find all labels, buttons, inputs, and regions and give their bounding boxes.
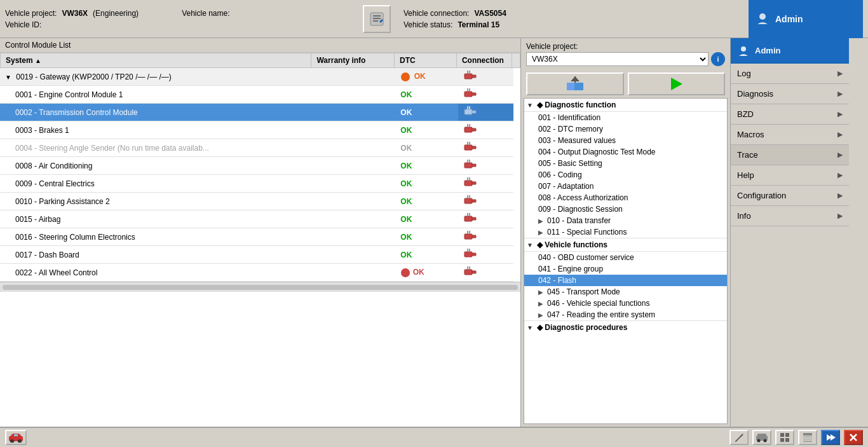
table-row[interactable]: 0001 - Engine Control Module 1 OK (0, 86, 513, 104)
control-module-list-title: Control Module List (0, 38, 520, 53)
grid-btn[interactable] (775, 430, 794, 445)
svg-rect-24 (472, 146, 476, 149)
table-row[interactable]: 0022 - All Wheel Control OK (0, 264, 513, 282)
tree-item-040[interactable]: 040 - OBD customer service (524, 252, 727, 263)
menu-item-log[interactable]: Log ▶ (731, 64, 849, 84)
menu-item-diagnosis[interactable]: Diagnosis ▶ (731, 84, 849, 104)
tree-item-041[interactable]: 041 - Engine group (524, 263, 727, 275)
svg-rect-48 (472, 253, 476, 256)
table-row[interactable]: 0009 - Central Electrics OK (0, 175, 513, 193)
menu-item-bzd[interactable]: BZD ▶ (731, 104, 849, 125)
tree-item-004[interactable]: 004 - Output Diagnostic Test Mode (524, 146, 727, 158)
section-vehicle-functions[interactable]: ▼ ◆ Vehicle functions (524, 238, 727, 252)
tree-item-001[interactable]: 001 - Identification (524, 112, 727, 123)
table-btn[interactable] (798, 430, 817, 445)
play-btn[interactable] (628, 72, 726, 95)
table-row[interactable]: 0017 - Dash Board OK (0, 246, 513, 264)
top-bar: Vehicle project: VW36X (Engineering) Veh… (0, 0, 868, 38)
connection-icon (463, 123, 478, 135)
svg-rect-8 (472, 75, 476, 78)
svg-rect-27 (465, 163, 472, 168)
connection-icon (463, 177, 478, 188)
col-system[interactable]: System ▲ (1, 53, 311, 68)
forward-icon (825, 433, 836, 442)
edit-icon (368, 10, 386, 28)
tree-item-042[interactable]: ➔ 042 - Flash (524, 275, 727, 286)
menu-item-macros[interactable]: Macros ▶ (731, 125, 849, 145)
car-icon-btn[interactable] (5, 430, 27, 445)
col-dtc[interactable]: DTC (395, 53, 457, 68)
svg-rect-16 (472, 111, 476, 113)
svg-rect-11 (465, 92, 472, 97)
chevron-right-icon: ▶ (837, 191, 843, 200)
svg-point-51 (401, 268, 410, 277)
wrench-btn[interactable] (729, 430, 749, 445)
table-row[interactable]: ➔ 0002 - Transmission Control Module OK (0, 104, 513, 121)
svg-rect-44 (472, 235, 476, 238)
menu-bzd-label: BZD (737, 109, 754, 119)
section-diagnostic-procedures[interactable]: ▼ ◆ Diagnostic procedures (524, 320, 727, 334)
svg-rect-71 (780, 433, 784, 437)
connection-icon (463, 88, 478, 99)
svg-rect-31 (465, 181, 472, 186)
car-back-btn[interactable] (752, 430, 771, 445)
menu-item-configuration[interactable]: Configuration ▶ (731, 186, 849, 206)
tree-item-011[interactable]: ▶ 011 - Special Functions (524, 226, 727, 238)
tree-item-005[interactable]: 005 - Basic Setting (524, 158, 727, 169)
table-scroll[interactable]: ▼ 0019 - Gateway (KWP2000 / TP20 /— /— /… (0, 68, 520, 427)
table-row[interactable]: 0008 - Air Conditioning OK (0, 157, 513, 175)
grid-icon (780, 432, 790, 443)
upload-icon (566, 75, 585, 93)
table-container[interactable]: System ▲ Warranty info DTC Connection (0, 53, 520, 427)
menu-item-help[interactable]: Help ▶ (731, 165, 849, 186)
tree-item-002[interactable]: 002 - DTC memory (524, 123, 727, 135)
vehicle-project-select[interactable]: VW36X (526, 52, 709, 66)
chevron-right-icon: ▶ (837, 110, 843, 118)
table-row[interactable]: 0003 - Brakes 1 OK (0, 121, 513, 139)
function-tree[interactable]: ▼ ◆ Diagnostic function 001 - Identifica… (524, 98, 728, 424)
tree-item-010[interactable]: ▶ 010 - Data transfer (524, 215, 727, 226)
menu-help-label: Help (737, 170, 754, 180)
vehicle-connection-value: VAS5054 (474, 9, 506, 18)
svg-point-69 (757, 439, 761, 443)
svg-rect-57 (567, 83, 574, 90)
svg-rect-39 (465, 216, 472, 221)
tree-item-003[interactable]: 003 - Measured values (524, 135, 727, 146)
menu-item-info[interactable]: Info ▶ (731, 206, 849, 226)
tree-item-006[interactable]: 006 - Coding (524, 169, 727, 181)
table-row[interactable]: 0004 - Steering Angle Sender (No run tim… (0, 139, 513, 157)
tree-item-008[interactable]: 008 - Access Authorization (524, 192, 727, 203)
close-btn[interactable] (844, 430, 863, 445)
svg-rect-0 (370, 13, 383, 25)
table-row[interactable]: ▼ 0019 - Gateway (KWP2000 / TP20 /— /— /… (0, 68, 513, 86)
table-row[interactable]: 0016 - Steering Column Electronics OK (0, 228, 513, 246)
forward-btn[interactable] (821, 430, 840, 445)
col-warranty[interactable]: Warranty info (311, 53, 395, 68)
table-row[interactable]: 0015 - Airbag OK (0, 210, 513, 228)
svg-rect-40 (472, 217, 476, 220)
vehicle-project-info-btn[interactable]: i (711, 52, 725, 66)
tree-item-046[interactable]: ▶ 046 - Vehicle special functions (524, 298, 727, 309)
tree-item-045[interactable]: ▶ 045 - Transport Mode (524, 286, 727, 298)
connection-icon (463, 212, 478, 224)
svg-rect-15 (465, 109, 472, 114)
upload-btn[interactable] (526, 72, 624, 95)
tree-item-009[interactable]: 009 - Diagnostic Session (524, 203, 727, 215)
expander-045: ▶ (538, 289, 546, 296)
expander-047: ▶ (538, 312, 546, 319)
svg-point-70 (764, 439, 767, 443)
tree-item-047[interactable]: ▶ 047 - Reading the entire system (524, 309, 727, 320)
expander-011: ▶ (538, 229, 546, 236)
menu-item-trace[interactable]: Trace ▶ (731, 145, 849, 165)
admin-panel: Admin (749, 0, 863, 38)
table-row[interactable]: 0010 - Parking Assistance 2 OK (0, 193, 513, 210)
vehicle-info-right: Vehicle connection: VAS5054 Vehicle stat… (403, 9, 749, 29)
svg-rect-73 (780, 438, 784, 442)
edit-icon-btn[interactable] (363, 5, 391, 33)
table-icon (803, 432, 813, 443)
svg-rect-53 (472, 271, 476, 273)
section-diagnostic-function[interactable]: ▼ ◆ Diagnostic function (524, 99, 727, 112)
vehicle-name-label: Vehicle name: (182, 9, 229, 18)
tree-item-007[interactable]: 007 - Adaptation (524, 181, 727, 192)
col-connection[interactable]: Connection (456, 53, 512, 68)
